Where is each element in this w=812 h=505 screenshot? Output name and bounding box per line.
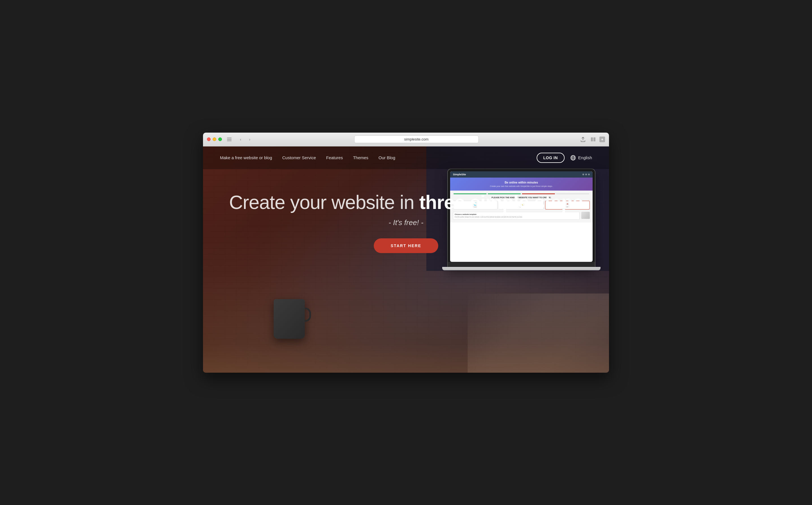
address-bar[interactable]: simplesite.com [354,136,479,143]
language-label: English [578,155,592,160]
browser-window: ‹ › simplesite.com + [203,133,609,373]
minimize-traffic-light[interactable] [213,137,216,141]
language-selector[interactable]: English [570,155,592,161]
laptop-base [442,267,601,270]
nav-links-left: Make a free website or blog Customer Ser… [220,155,395,160]
nav-customer-service[interactable]: Customer Service [282,155,316,160]
nav-links-right: LOG IN English [537,153,592,163]
laptop-bottom-bar [448,262,595,267]
back-button[interactable]: ‹ [237,136,244,143]
nav-features[interactable]: Features [326,155,343,160]
svg-rect-1 [227,139,232,140]
share-button[interactable] [579,136,587,143]
svg-rect-2 [227,141,232,141]
close-traffic-light[interactable] [207,137,211,141]
traffic-lights [207,137,222,141]
svg-rect-4 [593,137,595,141]
login-button[interactable]: LOG IN [537,153,565,163]
address-bar-container: simplesite.com [257,136,576,143]
globe-icon [570,155,576,161]
nav-make-website[interactable]: Make a free website or blog [220,155,272,160]
start-here-button[interactable]: START HERE [374,238,438,253]
browser-actions: + [579,136,605,143]
hero-title-regular: Create your website in [229,191,419,213]
svg-rect-3 [591,137,593,141]
hero-title-bold: three simple steps [419,191,583,213]
forward-button[interactable]: › [246,136,254,143]
site-navigation: Make a free website or blog Customer Ser… [203,147,609,169]
website-content: Make a free website or blog Customer Ser… [203,147,609,373]
nav-buttons: ‹ › [237,136,254,143]
coffee-mug [274,299,308,344]
browser-chrome: ‹ › simplesite.com + [203,133,609,147]
new-tab-button[interactable]: + [599,137,605,142]
person-hands [468,294,609,373]
mug-body [274,299,305,339]
hero-content: Create your website in three simple step… [203,169,609,254]
reader-mode-button[interactable] [589,136,597,143]
nav-our-blog[interactable]: Our Blog [379,155,395,160]
svg-rect-0 [227,138,232,138]
maximize-traffic-light[interactable] [218,137,222,141]
sidebar-toggle-button[interactable] [225,136,233,143]
hero-title: Create your website in three simple step… [220,192,592,213]
nav-themes[interactable]: Themes [353,155,368,160]
hero-subtitle: - It's free! - [220,218,592,227]
